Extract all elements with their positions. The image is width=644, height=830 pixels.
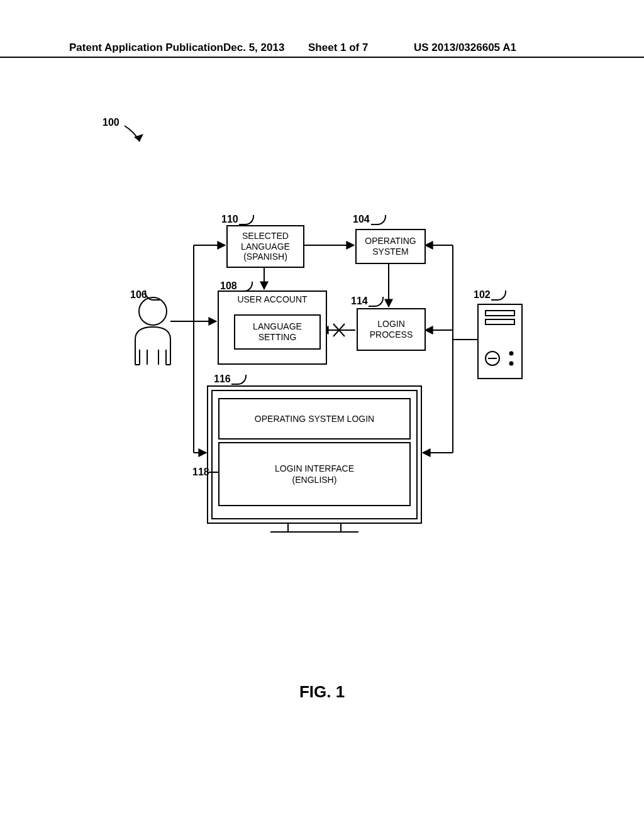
text: SELECTED <box>242 231 289 241</box>
text: LOGIN <box>377 319 405 329</box>
text: LANGUAGE <box>241 241 290 252</box>
figure-caption: FIG. 1 <box>0 682 644 702</box>
text: (SPANISH) <box>243 252 287 262</box>
text: LANGUAGE <box>253 321 302 332</box>
user-icon <box>135 297 170 365</box>
svg-point-14 <box>510 362 513 365</box>
ref-114: 114 <box>351 296 368 307</box>
box-login-interface: LOGIN INTERFACE (ENGLISH) <box>219 443 410 506</box>
text: OPERATING SYSTEM LOGIN <box>255 414 374 424</box>
box-login-process: LOGIN PROCESS <box>357 308 426 351</box>
text: PROCESS <box>370 329 413 340</box>
computer-to-boxes <box>423 245 478 453</box>
box-os-login: OPERATING SYSTEM LOGIN <box>219 399 410 439</box>
computer-icon <box>478 304 522 379</box>
ref-104: 104 <box>353 214 370 225</box>
ref-102: 102 <box>474 289 491 301</box>
box-selected-language: SELECTED LANGUAGE (SPANISH) <box>226 225 304 268</box>
box-language-setting: LANGUAGE SETTING <box>234 314 321 350</box>
ref-118-leader <box>209 472 219 473</box>
svg-rect-10 <box>486 319 514 324</box>
svg-point-1 <box>139 297 167 325</box>
text: SETTING <box>258 332 297 343</box>
ref-100: 100 <box>103 117 119 128</box>
svg-rect-17 <box>288 523 341 532</box>
text: LOGIN INTERFACE <box>275 463 354 474</box>
box-operating-system: OPERATING SYSTEM <box>355 229 426 264</box>
text: USER ACCOUNT <box>237 294 307 305</box>
text: OPERATING <box>365 236 416 246</box>
user-to-boxes <box>170 245 225 453</box>
ref-110: 110 <box>221 214 238 225</box>
svg-rect-9 <box>486 311 514 316</box>
text: (ENGLISH) <box>292 474 337 485</box>
svg-point-13 <box>510 352 513 355</box>
ref-118: 118 <box>192 467 209 478</box>
text: SYSTEM <box>372 246 409 257</box>
ref-100-arrow <box>125 126 143 141</box>
ref-116: 116 <box>214 374 231 385</box>
